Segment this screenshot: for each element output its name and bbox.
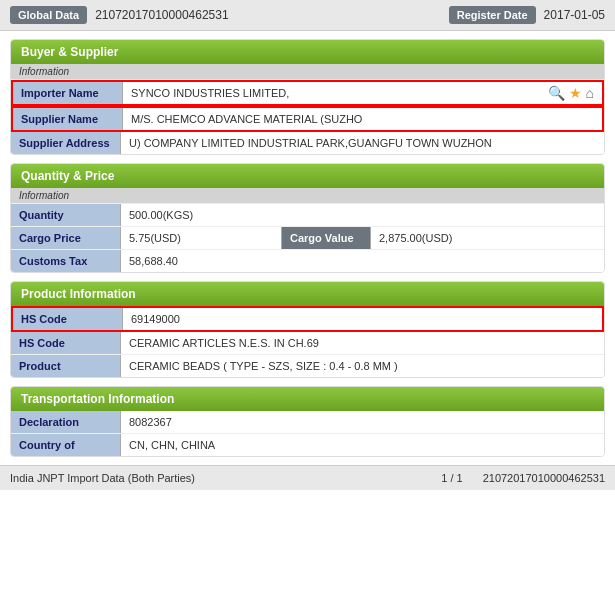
hs-code-value-2: CERAMIC ARTICLES N.E.S. IN CH.69 — [121, 332, 604, 354]
importer-icons: 🔍 ★ ⌂ — [540, 82, 602, 104]
cargo-value-value: 2,875.00(USD) — [371, 227, 471, 249]
hs-code-value-1: 69149000 — [123, 308, 602, 330]
declaration-row: Declaration 8082367 — [11, 411, 604, 434]
footer-page: 1 / 1 — [441, 472, 462, 484]
declaration-label: Declaration — [11, 411, 121, 433]
hs-code-label-2: HS Code — [11, 332, 121, 354]
global-data-value: 21072017010000462531 — [95, 8, 228, 22]
product-value: CERAMIC BEADS ( TYPE - SZS, SIZE : 0.4 -… — [121, 355, 604, 377]
country-label: Country of — [11, 434, 121, 456]
declaration-value: 8082367 — [121, 411, 604, 433]
importer-value: SYNCO INDUSTRIES LIMITED, — [123, 82, 540, 104]
quantity-price-subinfo: Information — [11, 188, 604, 204]
page-wrapper: Global Data 21072017010000462531 Registe… — [0, 0, 615, 606]
quantity-row: Quantity 500.00(KGS) — [11, 204, 604, 227]
footer-id: 21072017010000462531 — [483, 472, 605, 484]
quantity-price-section: Quantity & Price Information Quantity 50… — [10, 163, 605, 273]
product-info-header: Product Information — [11, 282, 604, 306]
country-row: Country of CN, CHN, CHINA — [11, 434, 604, 456]
cargo-price-label: Cargo Price — [11, 227, 121, 249]
product-info-section: Product Information HS Code 69149000 HS … — [10, 281, 605, 378]
footer: India JNPT Import Data (Both Parties) 1 … — [0, 465, 615, 490]
quantity-price-body: Information Quantity 500.00(KGS) Cargo P… — [11, 188, 604, 272]
footer-source: India JNPT Import Data (Both Parties) — [10, 472, 421, 484]
search-icon[interactable]: 🔍 — [548, 85, 565, 101]
address-row: Supplier Address U) COMPANY LIMITED INDU… — [11, 132, 604, 154]
transportation-section: Transportation Information Declaration 8… — [10, 386, 605, 457]
importer-label: Importer Name — [13, 82, 123, 104]
customs-tax-value: 58,688.40 — [121, 250, 604, 272]
buyer-supplier-section: Buyer & Supplier Information Importer Na… — [10, 39, 605, 155]
address-value: U) COMPANY LIMITED INDUSTRIAL PARK,GUANG… — [121, 132, 604, 154]
top-bar: Global Data 21072017010000462531 Registe… — [0, 0, 615, 31]
buyer-supplier-body: Information Importer Name SYNCO INDUSTRI… — [11, 64, 604, 154]
register-date-label: Register Date — [449, 6, 536, 24]
cargo-price-row: Cargo Price 5.75(USD) Cargo Value 2,875.… — [11, 227, 604, 250]
home-icon[interactable]: ⌂ — [586, 85, 594, 101]
hs-code-row-2: HS Code CERAMIC ARTICLES N.E.S. IN CH.69 — [11, 332, 604, 355]
buyer-supplier-header: Buyer & Supplier — [11, 40, 604, 64]
importer-row: Importer Name SYNCO INDUSTRIES LIMITED, … — [11, 80, 604, 106]
supplier-row: Supplier Name M/S. CHEMCO ADVANCE MATERI… — [11, 106, 604, 132]
quantity-price-header: Quantity & Price — [11, 164, 604, 188]
quantity-value: 500.00(KGS) — [121, 204, 604, 226]
customs-tax-label: Customs Tax — [11, 250, 121, 272]
product-row: Product CERAMIC BEADS ( TYPE - SZS, SIZE… — [11, 355, 604, 377]
buyer-supplier-subinfo: Information — [11, 64, 604, 80]
product-label: Product — [11, 355, 121, 377]
hs-code-row-1: HS Code 69149000 — [11, 306, 604, 332]
global-data-label: Global Data — [10, 6, 87, 24]
address-label: Supplier Address — [11, 132, 121, 154]
transportation-body: Declaration 8082367 Country of CN, CHN, … — [11, 411, 604, 456]
register-date-value: 2017-01-05 — [544, 8, 605, 22]
star-icon[interactable]: ★ — [569, 85, 582, 101]
supplier-value: M/S. CHEMCO ADVANCE MATERIAL (SUZHO — [123, 108, 602, 130]
transportation-header: Transportation Information — [11, 387, 604, 411]
customs-tax-row: Customs Tax 58,688.40 — [11, 250, 604, 272]
quantity-label: Quantity — [11, 204, 121, 226]
hs-code-label-1: HS Code — [13, 308, 123, 330]
country-value: CN, CHN, CHINA — [121, 434, 604, 456]
cargo-price-value: 5.75(USD) — [121, 227, 281, 249]
cargo-value-label: Cargo Value — [281, 227, 371, 249]
supplier-label: Supplier Name — [13, 108, 123, 130]
product-info-body: HS Code 69149000 HS Code CERAMIC ARTICLE… — [11, 306, 604, 377]
